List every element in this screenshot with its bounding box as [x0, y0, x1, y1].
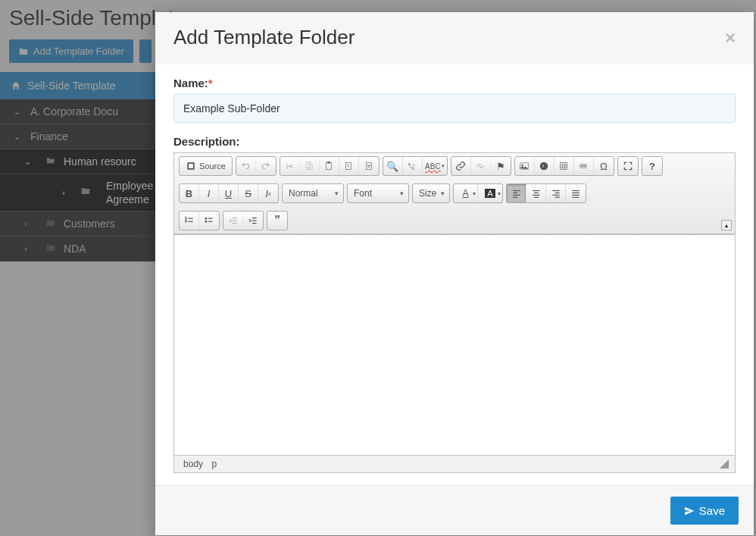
format-select[interactable]: Normal: [282, 183, 344, 203]
size-select[interactable]: Size: [412, 183, 450, 203]
name-label: Name:*: [173, 77, 736, 89]
svg-rect-2: [326, 162, 332, 169]
horizontal-rule-icon[interactable]: [574, 157, 594, 175]
bold-icon[interactable]: B: [180, 184, 199, 202]
outdent-icon[interactable]: [223, 212, 243, 230]
align-center-icon[interactable]: [526, 184, 546, 202]
undo-icon[interactable]: [236, 157, 256, 175]
svg-rect-0: [306, 162, 311, 168]
help-icon[interactable]: ?: [642, 157, 662, 175]
find-icon[interactable]: 🔍: [383, 157, 403, 175]
paste-word-icon[interactable]: W: [359, 157, 379, 175]
path-body[interactable]: body: [180, 457, 206, 471]
editor-toolbar: Source ✂ T W 🔍 ab ABC▾: [174, 153, 735, 234]
collapse-toolbar-icon[interactable]: ▴: [721, 220, 732, 230]
modal-title: Add Template Folder: [173, 26, 355, 49]
italic-icon[interactable]: I: [199, 184, 219, 202]
add-template-folder-modal: Add Template Folder × Name:* Description…: [155, 12, 754, 535]
numbered-list-icon[interactable]: 12: [180, 212, 199, 230]
flash-icon[interactable]: f: [535, 157, 555, 175]
svg-point-11: [522, 165, 523, 166]
description-label: Description:: [173, 135, 736, 148]
path-p[interactable]: p: [208, 457, 220, 471]
send-icon: [684, 506, 695, 516]
cut-icon[interactable]: ✂: [280, 157, 300, 175]
rich-text-editor: Source ✂ T W 🔍 ab ABC▾: [173, 152, 736, 473]
name-input[interactable]: [173, 94, 736, 123]
unlink-icon[interactable]: [471, 157, 491, 175]
bullet-list-icon[interactable]: [199, 212, 219, 230]
align-left-icon[interactable]: [507, 184, 526, 202]
indent-icon[interactable]: [243, 212, 263, 230]
redo-icon[interactable]: [256, 157, 276, 175]
svg-text:W: W: [367, 165, 371, 168]
svg-point-43: [205, 221, 207, 222]
copy-icon[interactable]: [300, 157, 320, 175]
svg-text:a: a: [408, 161, 411, 166]
editor-path: body p: [180, 459, 220, 469]
maximize-icon[interactable]: [618, 157, 638, 175]
table-icon[interactable]: [555, 157, 574, 175]
paste-icon[interactable]: [320, 157, 339, 175]
close-icon[interactable]: ×: [725, 27, 736, 49]
svg-rect-1: [308, 164, 313, 170]
spellcheck-icon[interactable]: ABC▾: [423, 157, 447, 175]
blockquote-icon[interactable]: ”: [267, 212, 287, 230]
resize-handle[interactable]: [720, 459, 729, 469]
editor-content[interactable]: ▴: [174, 234, 735, 456]
source-button[interactable]: Source: [180, 157, 232, 175]
svg-point-12: [540, 162, 548, 171]
replace-icon[interactable]: ab: [403, 157, 423, 175]
font-select[interactable]: Font: [347, 183, 409, 203]
svg-point-42: [205, 218, 207, 219]
align-justify-icon[interactable]: [566, 184, 586, 202]
underline-icon[interactable]: U: [219, 184, 239, 202]
link-icon[interactable]: [451, 157, 471, 175]
paste-text-icon[interactable]: T: [339, 157, 359, 175]
strike-icon[interactable]: S: [239, 184, 258, 202]
special-char-icon[interactable]: Ω: [594, 157, 614, 175]
svg-rect-14: [561, 162, 567, 169]
svg-text:2: 2: [185, 219, 187, 223]
image-icon[interactable]: [515, 157, 535, 175]
bg-color-icon[interactable]: A▾: [478, 184, 502, 202]
svg-rect-3: [328, 161, 331, 163]
remove-format-icon[interactable]: Ix: [258, 184, 278, 202]
text-color-icon[interactable]: A▾: [454, 184, 478, 202]
save-button[interactable]: Save: [670, 497, 739, 525]
align-right-icon[interactable]: [546, 184, 566, 202]
svg-text:T: T: [348, 165, 350, 168]
anchor-icon[interactable]: ⚑: [491, 157, 511, 175]
